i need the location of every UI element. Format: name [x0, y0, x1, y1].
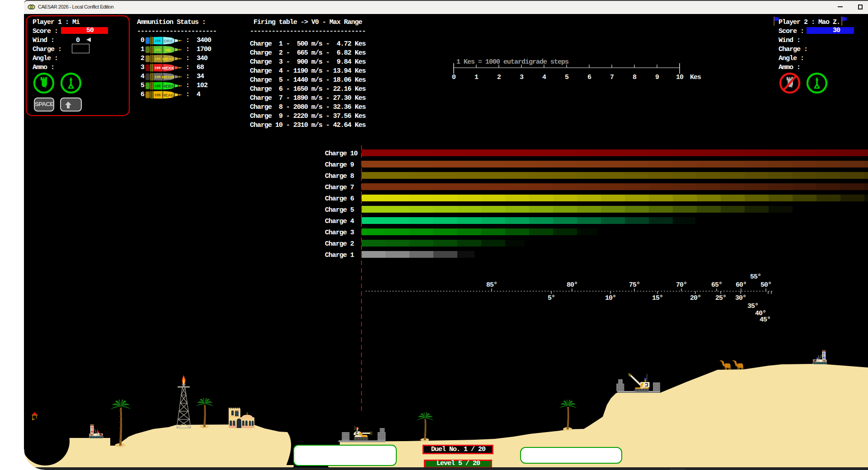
svg-text:25°: 25° [715, 294, 726, 302]
svg-text:HE: HE [165, 47, 171, 52]
svg-text:5: 5 [565, 74, 569, 81]
svg-text:0: 0 [452, 74, 456, 81]
svg-text:15°: 15° [652, 294, 663, 302]
svg-text:HEGR: HEGR [162, 74, 174, 79]
svg-text:HEXX: HEXX [162, 65, 174, 70]
svg-text:45°: 45° [760, 316, 770, 324]
svg-text:HE++: HE++ [163, 56, 174, 61]
svg-text:4: 4 [542, 74, 546, 81]
svg-text:Kes: Kes [690, 74, 701, 81]
svg-text:1: 1 [474, 74, 479, 81]
svg-text:DRd: DRd [164, 38, 173, 43]
svg-text:6: 6 [587, 74, 591, 81]
svg-text:20°: 20° [690, 294, 701, 302]
svg-text:7: 7 [610, 74, 614, 81]
svg-text:155: 155 [155, 84, 161, 88]
svg-text:55°: 55° [750, 273, 761, 281]
svg-text:10: 10 [676, 74, 684, 81]
svg-text:60°: 60° [736, 281, 746, 289]
svg-text:70°: 70° [676, 281, 687, 289]
svg-text:155: 155 [155, 75, 161, 79]
svg-text:75°: 75° [629, 281, 640, 289]
svg-text:155: 155 [155, 48, 161, 52]
svg-text:155: 155 [155, 93, 161, 97]
svg-text:155: 155 [155, 57, 161, 61]
svg-text:9: 9 [655, 74, 659, 81]
svg-text:80°: 80° [567, 281, 577, 289]
svg-text:5°: 5° [548, 294, 555, 302]
svg-text:85°: 85° [486, 281, 497, 289]
svg-text:155: 155 [155, 66, 161, 70]
svg-text:3: 3 [520, 74, 524, 81]
svg-text:8: 8 [633, 74, 637, 81]
svg-text:2: 2 [497, 74, 501, 81]
svg-text:10°: 10° [605, 294, 616, 302]
svg-text:65°: 65° [711, 281, 722, 289]
svg-text:HEAG: HEAG [162, 93, 174, 98]
svg-text:155: 155 [155, 39, 161, 43]
svg-text:30°: 30° [735, 294, 746, 302]
svg-text:50°: 50° [760, 281, 771, 289]
svg-text:HEBS: HEBS [162, 84, 174, 88]
svg-text:35°: 35° [747, 302, 758, 310]
